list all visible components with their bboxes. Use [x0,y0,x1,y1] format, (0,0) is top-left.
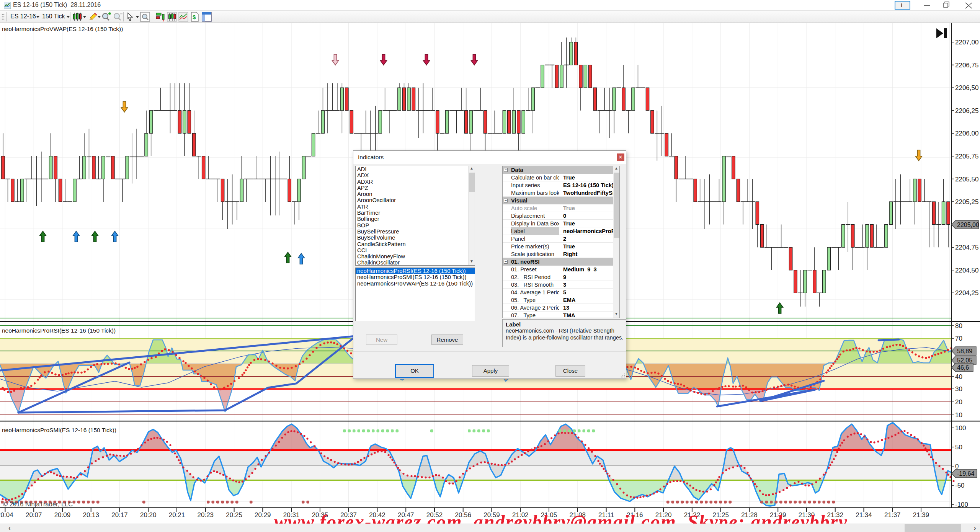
svg-text:2206,25: 2206,25 [955,107,978,114]
svg-text:30: 30 [955,385,962,393]
svg-text:2206,75: 2206,75 [955,62,978,69]
svg-text:50: 50 [955,444,962,451]
svg-text:-100: -100 [955,501,968,508]
svg-text:0: 0 [955,463,959,470]
svg-text:2205,25: 2205,25 [955,198,978,206]
svg-text:2204,25: 2204,25 [955,289,978,297]
svg-text:46,6: 46,6 [957,364,969,371]
svg-text:2205,00: 2205,00 [957,222,979,228]
svg-text:neoHarmonicsProSMI(ES 12-16 (1: neoHarmonicsProSMI(ES 12-16 (150 Tick)) [2,427,116,433]
svg-text:20:13: 20:13 [83,511,99,519]
svg-text:10: 10 [955,411,962,419]
svg-text:neoHarmonicsProRSI(ES 12-16 (1: neoHarmonicsProRSI(ES 12-16 (150 Tick)) [2,327,116,334]
svg-text:100: 100 [955,424,966,432]
svg-text:52,05: 52,05 [957,357,972,364]
svg-text:2204,75: 2204,75 [955,244,978,251]
svg-text:2205,50: 2205,50 [955,176,978,183]
svg-text:© 2016 NinjaTrader, LLC: © 2016 NinjaTrader, LLC [3,501,73,508]
svg-text:80: 80 [955,322,962,330]
svg-text:20:09: 20:09 [54,511,71,519]
svg-text:2207,00: 2207,00 [955,39,978,46]
svg-text:2206,00: 2206,00 [955,130,978,137]
svg-text:neoHarmonicsProVWAP(ES 12-16 (: neoHarmonicsProVWAP(ES 12-16 (150 Tick)) [2,26,123,32]
svg-text:20:25: 20:25 [226,511,242,519]
svg-text:2204,50: 2204,50 [955,267,978,274]
svg-text:20:29: 20:29 [255,511,271,519]
svg-text:2206,50: 2206,50 [955,84,978,91]
svg-text:21:37: 21:37 [884,511,901,519]
svg-text:20:23: 20:23 [198,511,214,519]
svg-text:-50: -50 [955,482,965,489]
svg-text:-19,64: -19,64 [957,470,974,477]
svg-text:58,89: 58,89 [957,348,972,354]
svg-text:20:21: 20:21 [169,511,185,519]
svg-text:20: 20 [955,398,962,406]
svg-text:$: $ [193,14,196,20]
svg-text:20:17: 20:17 [111,511,128,519]
svg-text:40: 40 [955,373,962,380]
svg-text:2205,75: 2205,75 [955,153,978,160]
svg-text:70: 70 [955,335,962,342]
svg-text:20:20: 20:20 [140,511,157,519]
svg-text:20:07: 20:07 [26,511,42,519]
svg-text:21:39: 21:39 [913,511,929,519]
svg-text:20:04: 20:04 [0,511,13,519]
